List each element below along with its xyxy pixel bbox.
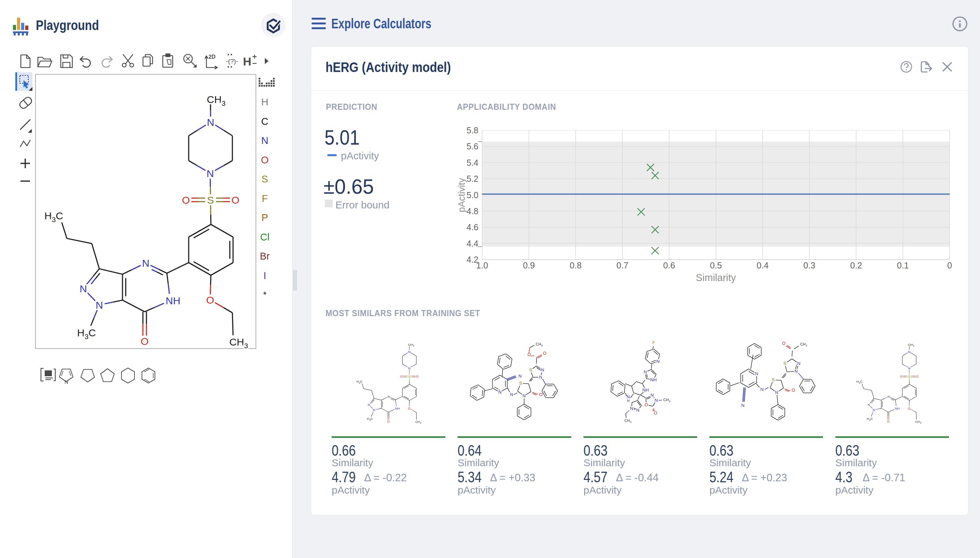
svg-text:S: S (783, 361, 786, 366)
svg-text:O: O (645, 402, 648, 407)
svg-text:N: N (518, 374, 521, 379)
svg-text:O: O (539, 392, 543, 397)
svg-text:O: O (654, 410, 657, 415)
svg-text:CH3: CH3 (536, 342, 543, 347)
svg-text:O: O (782, 341, 786, 346)
svg-text:N: N (794, 369, 797, 374)
svg-text:N: N (656, 359, 659, 364)
svg-text:N: N (650, 392, 653, 398)
svg-text:CH3: CH3 (800, 342, 807, 347)
svg-text:N: N (626, 394, 630, 399)
svg-text:N: N (755, 371, 758, 376)
svg-text:N: N (654, 398, 658, 403)
svg-text:F: F (653, 340, 655, 345)
svg-text:N: N (643, 369, 646, 374)
svg-text:CH3: CH3 (625, 419, 631, 423)
svg-text:N: N (510, 392, 513, 397)
svg-text:N: N (636, 408, 639, 413)
svg-text:S: S (520, 381, 523, 386)
svg-text:S: S (772, 377, 775, 382)
svg-text:N: N (541, 368, 544, 373)
svg-text:N: N (523, 393, 526, 398)
svg-text:N: N (498, 389, 501, 395)
svg-text:NH: NH (650, 377, 657, 382)
svg-text:N: N (630, 406, 633, 411)
svg-text:S: S (529, 368, 532, 373)
svg-text:CH3: CH3 (663, 398, 671, 403)
svg-text:H: H (627, 399, 629, 403)
svg-text:N: N (760, 387, 763, 392)
svg-text:O: O (543, 351, 546, 356)
svg-text:N: N (775, 390, 778, 395)
svg-text:NH: NH (643, 387, 649, 392)
svg-text:N: N (741, 403, 744, 408)
svg-text:N: N (539, 374, 542, 380)
svg-text:N: N (797, 361, 800, 366)
svg-text:O: O (792, 387, 795, 392)
